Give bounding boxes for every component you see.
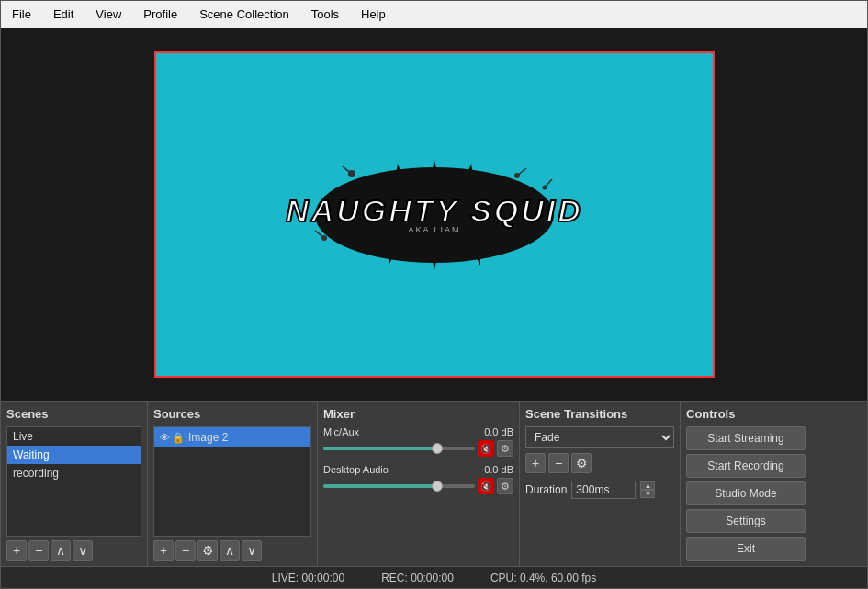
channel-name-mic: Mic/Aux — [323, 426, 359, 437]
exit-button[interactable]: Exit — [686, 537, 806, 561]
menu-tools[interactable]: Tools — [308, 6, 343, 23]
mixer-channel-mic: Mic/Aux 0.0 dB 🔇 ⚙ — [323, 426, 513, 457]
source-remove-button[interactable]: − — [175, 540, 196, 561]
mute-button-mic[interactable]: 🔇 — [478, 440, 494, 457]
mixer-channel-desktop: Desktop Audio 0.0 dB 🔇 ⚙ — [323, 464, 513, 494]
eye-icon: 👁 — [160, 432, 170, 444]
svg-text:NAUGHTY SQUID: NAUGHTY SQUID — [286, 193, 583, 228]
preview-canvas: NAUGHTY SQUID AKA LIAM — [154, 51, 715, 378]
mute-button-desktop[interactable]: 🔇 — [478, 478, 494, 494]
spin-up[interactable]: ▲ — [640, 481, 655, 490]
bottom-panels: Scenes Live Waiting recording + − ∧ ∨ So… — [1, 401, 867, 566]
scenes-toolbar: + − ∧ ∨ — [6, 540, 141, 561]
transition-add-button[interactable]: + — [525, 453, 546, 473]
mixer-thumb-mic[interactable] — [432, 443, 443, 454]
svg-text:AKA LIAM: AKA LIAM — [408, 225, 460, 234]
app-window: File Edit View Profile Scene Collection … — [0, 0, 868, 589]
sources-toolbar: + − ⚙ ∧ ∨ — [153, 540, 311, 561]
menu-scene-collection[interactable]: Scene Collection — [196, 6, 293, 23]
svg-line-21 — [517, 168, 526, 176]
scene-item-waiting[interactable]: Waiting — [7, 446, 141, 464]
settings-button[interactable]: Settings — [686, 509, 806, 533]
mixer-slider-row-mic: 🔇 ⚙ — [323, 440, 513, 457]
mixer-panel: Mixer Mic/Aux 0.0 dB 🔇 ⚙ — [318, 402, 520, 566]
menu-view[interactable]: View — [92, 6, 125, 23]
channel-db-mic: 0.0 dB — [484, 426, 513, 437]
gear-button-desktop[interactable]: ⚙ — [497, 478, 513, 494]
transition-type-select[interactable]: Fade — [525, 426, 674, 448]
duration-spinner: ▲ ▼ — [640, 481, 655, 498]
panels-row: Scenes Live Waiting recording + − ∧ ∨ So… — [1, 401, 867, 566]
squid-logo-svg: NAUGHTY SQUID AKA LIAM — [278, 155, 591, 275]
status-bar: LIVE: 00:00:00 REC: 00:00:00 CPU: 0.4%, … — [1, 566, 867, 588]
channel-header-mic: Mic/Aux 0.0 dB — [323, 426, 513, 437]
controls-title: Controls — [686, 407, 862, 421]
rec-time: 00:00:00 — [411, 572, 454, 584]
scene-add-button[interactable]: + — [6, 540, 27, 561]
scene-down-button[interactable]: ∨ — [73, 540, 93, 561]
source-add-button[interactable]: + — [153, 540, 174, 561]
mixer-slider-mic[interactable] — [323, 447, 475, 450]
live-status: LIVE: 00:00:00 — [272, 572, 344, 584]
controls-panel: Controls Start Streaming Start Recording… — [681, 402, 867, 566]
mixer-fill-mic — [323, 447, 437, 450]
source-up-button[interactable]: ∧ — [220, 540, 240, 561]
rec-status: REC: 00:00:00 — [381, 572, 454, 584]
svg-line-23 — [545, 179, 552, 187]
scenes-title: Scenes — [6, 407, 141, 421]
start-streaming-button[interactable]: Start Streaming — [686, 426, 806, 450]
menu-file[interactable]: File — [8, 6, 35, 23]
transition-settings-button[interactable]: ⚙ — [571, 453, 592, 473]
scene-remove-button[interactable]: − — [28, 540, 49, 561]
channel-db-desktop: 0.0 dB — [484, 464, 513, 475]
channel-name-desktop: Desktop Audio — [323, 464, 389, 475]
mixer-title: Mixer — [323, 407, 513, 421]
transition-remove-button[interactable]: − — [548, 453, 569, 473]
mixer-thumb-desktop[interactable] — [432, 481, 443, 492]
mixer-slider-desktop[interactable] — [323, 484, 475, 488]
scenes-panel: Scenes Live Waiting recording + − ∧ ∨ — [1, 402, 148, 566]
canvas-inner: NAUGHTY SQUID AKA LIAM — [156, 53, 713, 376]
source-label: Image 2 — [188, 431, 228, 444]
menu-profile[interactable]: Profile — [140, 6, 181, 23]
source-settings-button[interactable]: ⚙ — [197, 540, 218, 561]
source-icons: 👁 🔒 — [160, 432, 185, 444]
start-recording-button[interactable]: Start Recording — [686, 454, 806, 478]
source-item-image2[interactable]: 👁 🔒 Image 2 — [154, 427, 310, 447]
mixer-slider-row-desktop: 🔇 ⚙ — [323, 478, 513, 494]
duration-label: Duration — [525, 483, 567, 496]
scene-item-live[interactable]: Live — [7, 427, 141, 446]
transitions-toolbar: + − ⚙ — [525, 453, 674, 473]
rec-label: REC: — [381, 572, 408, 584]
source-list: 👁 🔒 Image 2 — [153, 426, 311, 537]
channel-header-desktop: Desktop Audio 0.0 dB — [323, 464, 513, 475]
live-label: LIVE: — [272, 572, 299, 584]
mixer-fill-desktop — [323, 484, 437, 488]
spin-down[interactable]: ▼ — [640, 490, 655, 498]
lock-icon: 🔒 — [172, 432, 185, 444]
sources-title: Sources — [153, 407, 311, 421]
source-down-button[interactable]: ∨ — [242, 540, 262, 561]
menu-help[interactable]: Help — [357, 6, 389, 23]
studio-mode-button[interactable]: Studio Mode — [686, 481, 806, 505]
gear-button-mic[interactable]: ⚙ — [497, 440, 513, 457]
transitions-title: Scene Transitions — [525, 407, 674, 421]
menu-bar: File Edit View Profile Scene Collection … — [1, 1, 867, 28]
cpu-status: CPU: 0.4%, 60.00 fps — [490, 572, 596, 584]
transitions-panel: Scene Transitions Fade + − ⚙ Duration ▲ … — [520, 402, 681, 566]
duration-input[interactable] — [571, 481, 636, 499]
preview-area: NAUGHTY SQUID AKA LIAM — [1, 28, 867, 401]
scene-list: Live Waiting recording — [6, 426, 141, 537]
scene-item-recording[interactable]: recording — [7, 464, 141, 482]
duration-row: Duration ▲ ▼ — [525, 481, 674, 499]
scene-up-button[interactable]: ∧ — [51, 540, 71, 561]
menu-edit[interactable]: Edit — [50, 6, 77, 23]
live-time: 00:00:00 — [301, 572, 344, 584]
sources-panel: Sources 👁 🔒 Image 2 + − ⚙ ∧ ∨ — [148, 402, 318, 566]
